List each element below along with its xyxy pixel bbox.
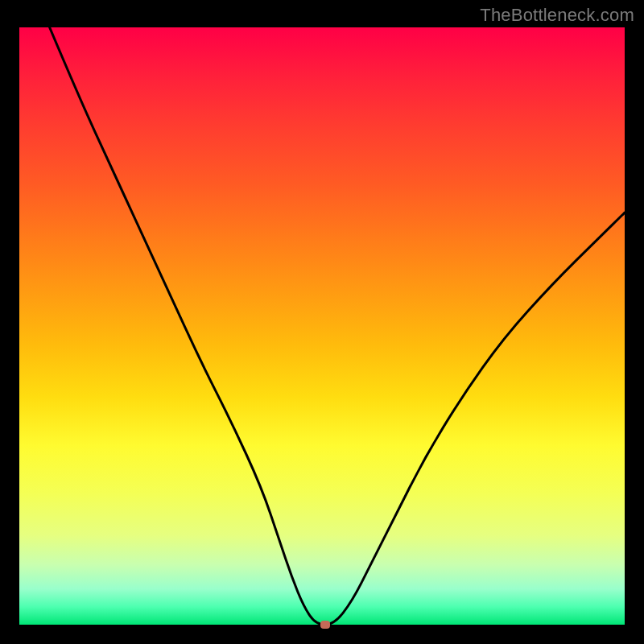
chart-frame: TheBottleneck.com [0,0,644,644]
watermark-text: TheBottleneck.com [480,5,634,26]
plot-background-gradient [19,27,625,625]
minimum-marker [320,621,330,629]
